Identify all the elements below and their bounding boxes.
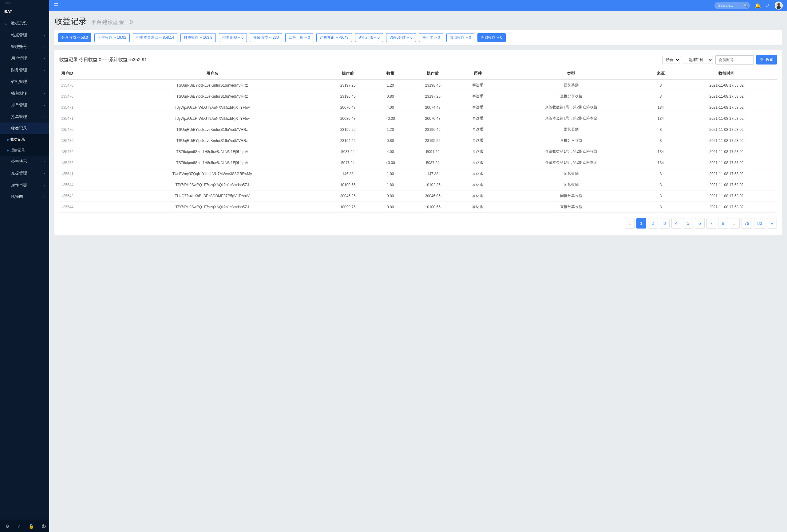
sidebar-item-11[interactable]: 充提管理› [0, 168, 49, 179]
svg-rect-1 [777, 6, 781, 9]
filter-tag-2[interactable]: 排单本金退回 -- 858.14 [133, 33, 177, 42]
cell-5: 泰达币 [458, 135, 497, 146]
filter-tag-8[interactable]: 矿机产币 -- 0 [355, 33, 383, 42]
page-prev[interactable]: « [625, 218, 635, 228]
th-7: 来源 [645, 68, 676, 80]
sidebar-subitem-9-1[interactable]: 理财记录 [0, 145, 49, 156]
cell-1: TSUujRUiEYjodxLveKmfurS16uYedMVHRz [102, 135, 322, 146]
cell-3: 1.20 [373, 80, 408, 91]
page-5[interactable]: 5 [683, 218, 693, 228]
page-next[interactable]: » [767, 218, 777, 228]
page-6[interactable]: 6 [695, 218, 705, 228]
page-7[interactable]: 7 [706, 218, 716, 228]
filter-coin-select[interactable]: --选择币种-- [683, 56, 713, 64]
cell-1: TPf7fPH9SwPQ1F7szqXAQk2a1c8mdsb5ZJ [102, 201, 322, 213]
cell-0: 135470 [59, 80, 102, 91]
cell-7: 3 [645, 80, 676, 91]
chevron-right-icon: › [44, 103, 45, 107]
sidebar-item-1[interactable]: 站点管理› [0, 29, 49, 41]
chevron-right-icon: › [44, 57, 45, 60]
cell-4: 23198.45 [408, 80, 459, 91]
sidebar-item-7[interactable]: 排单管理› [0, 99, 49, 111]
search-button[interactable]: 🔍 搜索 [756, 55, 777, 65]
table-row: 135471TJyWpaUcLHrWLGT9AnNXVik5zbRjXTYF5w… [59, 102, 777, 113]
cell-4: 20070.48 [408, 113, 459, 124]
cell-3: 4.00 [373, 102, 408, 113]
topbar: ☰ 🔍 🔔 ⤢ [49, 0, 787, 11]
table-row: 135541TUcFVmy3ZQqb1YxbchVU7MWve3S3GRFwMy… [59, 168, 777, 179]
bell-icon[interactable]: 🔔 [755, 3, 761, 8]
sidebar-item-6[interactable]: 钱包划转› [0, 88, 49, 99]
cell-3: 0.80 [373, 135, 408, 146]
cell-2: 23196.45 [322, 91, 373, 102]
chevron-right-icon: › [44, 160, 45, 163]
power-icon[interactable]: ⏻ [42, 524, 46, 529]
filter-tag-6[interactable]: 众筹止损 -- 0 [285, 33, 313, 42]
hamburger-icon[interactable]: ☰ [54, 2, 58, 9]
cell-4: 20074.48 [408, 102, 459, 113]
cell-0: 135541 [59, 168, 102, 179]
filter-tag-3[interactable]: 排单收益 -- 103.9 [180, 33, 216, 42]
cell-1: THzQZfa4icXhBuBEzSDDME97P5gVoTYcuV [102, 191, 322, 201]
page-79[interactable]: 79 [742, 218, 752, 228]
filter-tag-11[interactable]: 节点收益 -- 0 [446, 33, 474, 42]
sidebar-top-label: EXM [0, 0, 49, 5]
sidebar-subitem-9-0[interactable]: 收益记录 [0, 134, 49, 145]
cell-1: TSUujRUiEYjodxLveKmfurS16uYedMVHRz [102, 91, 322, 102]
sidebar-item-8[interactable]: 抢单管理› [0, 111, 49, 123]
filter-tag-7[interactable]: 购买共识 -- -9043 [316, 33, 352, 42]
cell-1: TB76oipm6Szm7H8s5cv8zNbWz1Fj9UqtnA [102, 157, 322, 168]
cell-6: 间推分享收益 [497, 191, 645, 201]
filter-tag-5[interactable]: 众筹收益 -- 230 [250, 33, 282, 42]
cell-6: 众筹本金第1号，第2期众筹本金 [497, 113, 645, 124]
cell-3: 40.00 [373, 157, 408, 168]
fullscreen-icon[interactable]: ⤢ [17, 524, 21, 529]
filter-tag-12[interactable]: 理财收益 -- 0 [477, 33, 505, 42]
sidebar-item-12[interactable]: 操作日志› [0, 179, 49, 191]
avatar[interactable] [775, 2, 783, 9]
filter-tag-0[interactable]: 分享收益 -- 58.3 [58, 33, 91, 42]
filter-tag-4[interactable]: 排单止损 -- 0 [219, 33, 247, 42]
page-2[interactable]: 2 [648, 218, 658, 228]
table-row: 135544TPf7fPH9SwPQ1F7szqXAQk2a1c8mdsb5ZJ… [59, 179, 777, 191]
sidebar-item-label: 站点管理 [11, 32, 27, 38]
filter-all-select[interactable]: 所有 [662, 56, 680, 64]
sidebar-item-label: 钱包划转 [11, 91, 27, 96]
cell-4: 147.88 [408, 168, 459, 179]
table-row: 135476TB76oipm6Szm7H8s5cv8zNbWz1Fj9UqtnA… [59, 157, 777, 168]
settings-icon[interactable]: ⚙ [5, 524, 9, 529]
sidebar-item-5[interactable]: 矿机管理› [0, 76, 49, 88]
sidebar-item-0[interactable]: ⌂数据总览 [0, 18, 49, 29]
cell-0: 135543 [59, 191, 102, 201]
sidebar-item-10[interactable]: 公告快讯› [0, 156, 49, 168]
cell-6: 众筹本金第1号，第2期众筹本金 [497, 157, 645, 168]
filter-tag-10[interactable]: 幸运奖 -- 0 [419, 33, 443, 42]
expand-icon[interactable]: ⤢ [766, 3, 770, 8]
sidebar: EXM BAT ⌂数据总览站点管理›管理账号›用户管理›财务管理›矿机管理›钱包… [0, 0, 49, 532]
cell-3: 4.00 [373, 146, 408, 157]
page-8[interactable]: 8 [718, 218, 728, 228]
cell-5: 泰达币 [458, 157, 497, 168]
filter-tag-9[interactable]: V5V6分红 -- 0 [386, 33, 416, 42]
cell-2: 10099.75 [322, 201, 373, 213]
cell-6: 团队奖励 [497, 168, 645, 179]
page-1[interactable]: 1 [636, 218, 646, 228]
page-3[interactable]: 3 [660, 218, 669, 228]
sidebar-item-2[interactable]: 管理账号› [0, 41, 49, 52]
sidebar-item-4[interactable]: 财务管理› [0, 64, 49, 76]
filter-tag-1[interactable]: 间推收益 -- 19.92 [94, 33, 130, 42]
cell-7: 3 [645, 135, 676, 146]
sidebar-item-9[interactable]: 收益记录˅ [0, 123, 49, 134]
cell-5: 泰达币 [458, 91, 497, 102]
cell-1: TUcFVmy3ZQqb1YxbchVU7MWve3S3GRFwMy [102, 168, 322, 179]
search-icon[interactable]: 🔍 [743, 3, 748, 8]
lock-icon[interactable]: 🔒 [28, 524, 34, 529]
page-80[interactable]: 80 [754, 218, 765, 228]
sidebar-item-label: 公告快讯 [11, 159, 27, 164]
page-title: 收益记录 [55, 16, 87, 27]
filter-account-input[interactable] [715, 55, 754, 65]
sidebar-item-13[interactable]: 轮播图› [0, 191, 49, 202]
page-4[interactable]: 4 [672, 218, 681, 228]
table-row: 135543THzQZfa4icXhBuBEzSDDME97P5gVoTYcuV… [59, 191, 777, 201]
sidebar-item-3[interactable]: 用户管理› [0, 52, 49, 64]
